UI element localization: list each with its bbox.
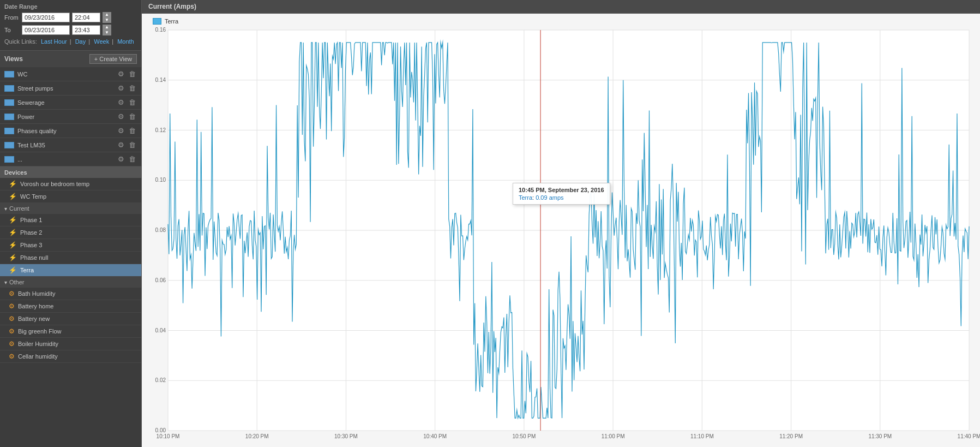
view-settings-street-pumps[interactable]: ⚙ [117, 84, 125, 92]
from-down-btn[interactable]: ▼ [103, 17, 111, 23]
view-item-phases-quality[interactable]: Phases quality ⚙ 🗑 [0, 124, 141, 138]
gear-icon-battery-home: ⚙ [9, 302, 15, 310]
legend-color-terra [153, 18, 161, 25]
to-spinners: ▲ ▼ [103, 25, 111, 35]
device-name-phase1: Phase 1 [20, 217, 42, 223]
device-phase3[interactable]: ⚡ Phase 3 [0, 239, 141, 252]
device-name-phase-null: Phase null [20, 254, 48, 261]
device-name-boiler-humidity: Boiler Humidity [18, 341, 58, 347]
view-icon-power [4, 114, 14, 120]
devices-header: Devices [0, 167, 141, 178]
from-spinners: ▲ ▼ [103, 12, 111, 23]
device-big-greenh-flow[interactable]: ⚙ Big greenh Flow [0, 325, 141, 338]
main-chart-canvas[interactable] [142, 14, 980, 447]
device-cellar-humidity[interactable]: ⚙ Cellar humidity [0, 350, 141, 363]
view-name-power: Power [17, 114, 117, 120]
chart-container[interactable]: Terra 10:45 PM, September 23, 2016 Terra… [142, 14, 980, 447]
other-group-label: Other [9, 279, 25, 285]
current-section: ▾ Current ⚡ Phase 1 ⚡ Phase 2 ⚡ Phase 3 … [0, 203, 141, 277]
current-group-header[interactable]: ▾ Current [0, 203, 141, 214]
view-delete-street-pumps[interactable]: 🗑 [128, 84, 137, 92]
device-name-wc-temp: WC Temp [20, 193, 46, 200]
views-title: Views [4, 55, 23, 63]
device-terra[interactable]: ⚡ Terra [0, 264, 141, 277]
from-up-btn[interactable]: ▲ [103, 12, 111, 17]
view-item-power[interactable]: Power ⚙ 🗑 [0, 110, 141, 124]
quick-links-label: Quick Links: [4, 38, 37, 45]
lightning-icon-phase1: ⚡ [9, 216, 17, 224]
gear-icon-bath-humidity: ⚙ [9, 290, 15, 297]
to-date-input[interactable] [22, 25, 70, 35]
views-section: Views + Create View WC ⚙ 🗑 Street pumps … [0, 51, 141, 167]
view-name-test-lm35: Test LM35 [17, 142, 117, 148]
quick-links: Quick Links: Last Hour | Day | Week | Mo… [4, 37, 137, 47]
view-item-test-lm35[interactable]: Test LM35 ⚙ 🗑 [0, 138, 141, 152]
view-settings-phases-quality[interactable]: ⚙ [117, 127, 125, 135]
view-delete-test-lm35[interactable]: 🗑 [128, 141, 137, 149]
from-time-input[interactable] [72, 13, 100, 22]
device-phase1[interactable]: ⚡ Phase 1 [0, 214, 141, 227]
from-label: From [4, 14, 20, 21]
device-phase2[interactable]: ⚡ Phase 2 [0, 227, 141, 239]
other-section: ▾ Other ⚙ Bath Humidity ⚙ Battery home ⚙… [0, 277, 141, 363]
chart-legend: Terra [153, 18, 178, 25]
lightning-icon-phase2: ⚡ [9, 229, 17, 236]
view-settings-sewerage[interactable]: ⚙ [117, 98, 125, 106]
from-date-input[interactable] [22, 13, 70, 22]
device-phase-null[interactable]: ⚡ Phase null [0, 252, 141, 264]
view-icon-sewerage [4, 99, 14, 106]
device-wc-temp[interactable]: ⚡ WC Temp [0, 190, 141, 203]
device-name-big-greenh-flow: Big greenh Flow [18, 328, 62, 335]
view-icon-test-lm35 [4, 142, 14, 148]
view-delete-sewerage[interactable]: 🗑 [128, 98, 137, 106]
view-item-sewerage[interactable]: Sewerage ⚙ 🗑 [0, 96, 141, 110]
gear-icon-cellar-humidity: ⚙ [9, 353, 15, 360]
lightning-icon-phase3: ⚡ [9, 241, 17, 249]
to-down-btn[interactable]: ▼ [103, 30, 111, 35]
view-name-sewerage: Sewerage [17, 99, 117, 106]
view-settings-wc[interactable]: ⚙ [117, 70, 125, 78]
quick-link-month[interactable]: Month [117, 38, 134, 45]
device-name-vorosh: Vorosh our bedroom temp [20, 181, 89, 187]
device-vorosh[interactable]: ⚡ Vorosh our bedroom temp [0, 178, 141, 190]
chart-title: Current (Amps) [142, 0, 980, 14]
device-name-bath-humidity: Bath Humidity [18, 290, 55, 297]
device-name-battery-home: Battery home [18, 303, 53, 309]
to-label: To [4, 27, 20, 33]
view-item-street-pumps[interactable]: Street pumps ⚙ 🗑 [0, 81, 141, 96]
view-settings-more[interactable]: ⚙ [117, 155, 125, 163]
legend-label-terra: Terra [165, 18, 178, 25]
quick-link-day[interactable]: Day [75, 38, 86, 45]
device-name-cellar-humidity: Cellar humidity [18, 353, 58, 360]
view-name-phases-quality: Phases quality [17, 128, 117, 134]
to-time-input[interactable] [72, 25, 100, 35]
other-arrow-icon: ▾ [4, 279, 7, 285]
create-view-button[interactable]: + Create View [89, 54, 137, 64]
view-delete-phases-quality[interactable]: 🗑 [128, 127, 137, 135]
device-battery-new[interactable]: ⚙ Battery new [0, 313, 141, 325]
chart-area: Current (Amps) Terra 10:45 PM, September… [142, 0, 980, 447]
quick-link-week[interactable]: Week [94, 38, 109, 45]
views-header: Views + Create View [0, 51, 141, 67]
view-settings-test-lm35[interactable]: ⚙ [117, 141, 125, 149]
lightning-icon-wc-temp: ⚡ [9, 193, 17, 200]
other-group-header[interactable]: ▾ Other [0, 277, 141, 288]
view-delete-power[interactable]: 🗑 [128, 112, 137, 121]
current-arrow-icon: ▾ [4, 206, 7, 212]
view-delete-wc[interactable]: 🗑 [128, 70, 137, 78]
date-range-title: Date Range [4, 3, 137, 10]
view-icon-more [4, 156, 14, 163]
view-item-wc[interactable]: WC ⚙ 🗑 [0, 67, 141, 81]
device-bath-humidity[interactable]: ⚙ Bath Humidity [0, 288, 141, 300]
quick-link-last-hour[interactable]: Last Hour [41, 38, 67, 45]
view-name-wc: WC [17, 71, 117, 78]
view-delete-more[interactable]: 🗑 [128, 155, 137, 163]
lightning-icon-phase-null: ⚡ [9, 254, 17, 261]
device-battery-home[interactable]: ⚙ Battery home [0, 300, 141, 313]
date-range-section: Date Range From ▲ ▼ To ▲ ▼ Qu [0, 0, 141, 51]
view-settings-power[interactable]: ⚙ [117, 112, 125, 121]
device-boiler-humidity[interactable]: ⚙ Boiler Humidity [0, 338, 141, 350]
to-up-btn[interactable]: ▲ [103, 25, 111, 30]
current-group-label: Current [9, 205, 29, 212]
view-item-more[interactable]: ... ⚙ 🗑 [0, 152, 141, 166]
